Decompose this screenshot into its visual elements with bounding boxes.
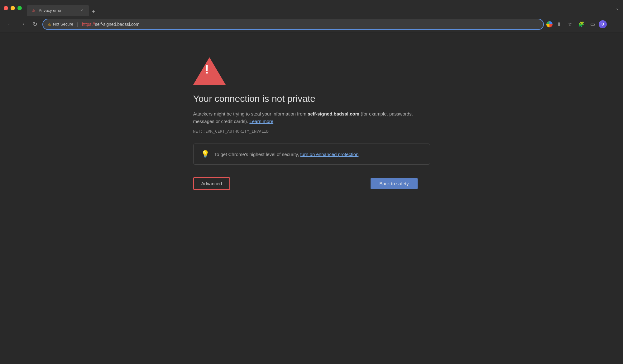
enhanced-protection-link[interactable]: turn on enhanced protection [300,152,359,157]
address-bar[interactable]: ⚠ Not Secure | https://self-signed.badss… [42,19,544,30]
active-tab[interactable]: ⚠ Privacy error × [27,5,89,16]
advanced-button[interactable]: Advanced [193,177,230,190]
avatar[interactable]: U [599,20,607,28]
back-button[interactable]: ← [5,19,15,29]
error-title: Your connection is not private [193,93,430,104]
learn-more-link[interactable]: Learn more [249,119,273,124]
maximize-button[interactable] [17,6,22,10]
buttons-row: Advanced Back to safety [193,177,418,190]
window-dropdown-icon[interactable]: ⌄ [616,6,619,11]
page-content: Your connection is not private Attackers… [0,32,623,364]
title-bar: ⚠ Privacy error × + ⌄ [0,0,623,16]
close-button[interactable] [4,6,8,10]
not-secure-indicator: ⚠ Not Secure [47,22,73,27]
tab-title: Privacy error [39,8,62,13]
security-box-text: To get Chrome's highest level of securit… [214,152,359,157]
forward-button[interactable]: → [17,19,27,29]
traffic-lights [4,6,22,10]
new-tab-button[interactable]: + [89,7,98,16]
not-secure-label: Not Secure [53,22,73,26]
url-divider: | [77,22,78,27]
back-to-safety-button[interactable]: Back to safety [371,178,417,189]
url-rest-part: self-signed.badssl.com [95,22,139,27]
error-code: NET::ERR_CERT_AUTHORITY_INVALID [193,129,430,134]
bulb-icon: 💡 [201,150,209,158]
split-view-icon[interactable]: ▭ [587,19,597,29]
security-text-prefix: To get Chrome's highest level of securit… [214,152,300,157]
tab-close-icon[interactable]: × [79,8,84,13]
minimize-button[interactable] [11,6,15,10]
security-box: 💡 To get Chrome's highest level of secur… [193,144,430,165]
menu-icon[interactable]: ⋮ [608,19,618,29]
google-lens-icon[interactable] [546,21,553,27]
nav-right-icons: ⬆ ☆ 🧩 ▭ U ⋮ [546,19,618,29]
nav-bar: ← → ↻ ⚠ Not Secure | https://self-signed… [0,16,623,32]
warning-triangle-icon [193,57,226,85]
error-container: Your connection is not private Attackers… [193,57,430,190]
domain-name: self-signed.badssl.com [308,111,359,116]
url-display: https://self-signed.badssl.com [82,22,139,27]
warning-icon-container [193,57,430,86]
extensions-icon[interactable]: 🧩 [576,19,586,29]
reload-button[interactable]: ↻ [30,19,40,29]
error-description: Attackers might be trying to steal your … [193,110,430,125]
url-https-part: https:// [82,22,95,27]
tab-bar: ⚠ Privacy error × + [27,0,613,16]
share-icon[interactable]: ⬆ [554,19,564,29]
description-prefix: Attackers might be trying to steal your … [193,111,308,116]
bookmark-icon[interactable]: ☆ [565,19,575,29]
